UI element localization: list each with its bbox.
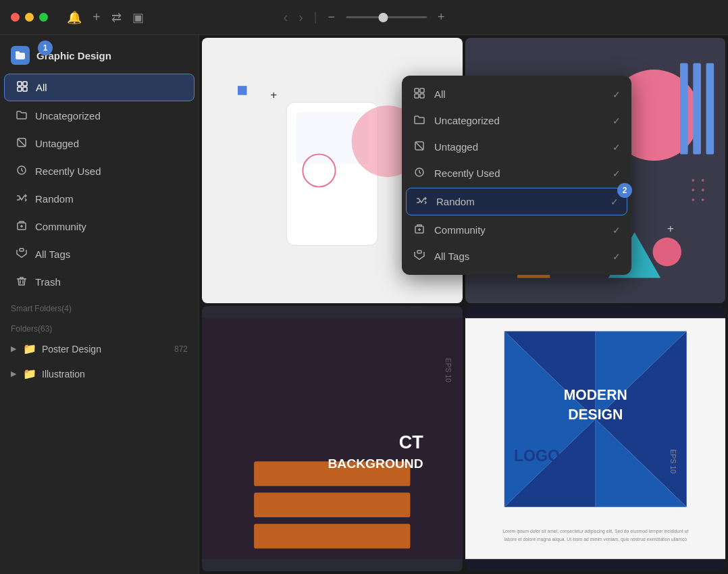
svg-rect-53 bbox=[254, 524, 410, 549]
plus-zoom-button[interactable]: + bbox=[438, 10, 445, 24]
dropdown-item-uncategorized[interactable]: Uncategorized ✓ bbox=[402, 107, 631, 134]
dropdown-item-untagged[interactable]: Untagged ✓ bbox=[402, 134, 631, 160]
dropdown-all-tags-check: ✓ bbox=[613, 251, 621, 262]
svg-rect-50 bbox=[202, 318, 463, 559]
dropdown-random-label: Random bbox=[436, 196, 475, 207]
add-icon[interactable]: + bbox=[93, 9, 101, 25]
svg-text:EPS 10: EPS 10 bbox=[669, 449, 677, 473]
svg-text:EPS 10: EPS 10 bbox=[444, 358, 452, 382]
folder-illustration[interactable]: ▶ 📁 Illustration bbox=[0, 361, 199, 386]
svg-text:+: + bbox=[270, 88, 277, 101]
dropdown-untagged-label: Untagged bbox=[434, 141, 478, 153]
close-button[interactable] bbox=[11, 13, 20, 22]
folders-label: Folders(63) bbox=[0, 316, 199, 336]
svg-text:Lorem ipsum dolor sit amet, co: Lorem ipsum dolor sit amet, consectetur … bbox=[502, 529, 688, 534]
expand-arrow-poster: ▶ bbox=[11, 344, 16, 353]
minimize-button[interactable] bbox=[25, 13, 34, 22]
bell-icon[interactable]: 🔔 bbox=[67, 10, 82, 25]
random-icon bbox=[15, 192, 28, 205]
card-modern-design[interactable]: MODERN DESIGN LOGO EPS 10 Lorem ipsum do… bbox=[465, 306, 726, 571]
traffic-lights bbox=[11, 13, 48, 22]
svg-rect-81 bbox=[417, 251, 421, 253]
dropdown-untagged-check: ✓ bbox=[613, 142, 621, 153]
svg-line-76 bbox=[415, 142, 423, 150]
sidebar-item-uncategorized[interactable]: Uncategorized bbox=[4, 103, 194, 129]
svg-rect-52 bbox=[254, 492, 410, 517]
svg-point-45 bbox=[701, 179, 704, 182]
svg-rect-12 bbox=[20, 249, 24, 251]
svg-rect-72 bbox=[420, 88, 424, 93]
maximize-button[interactable] bbox=[39, 13, 48, 22]
sidebar-item-random-label: Random bbox=[35, 193, 74, 205]
zoom-slider[interactable] bbox=[346, 16, 427, 18]
dropdown-all-icon bbox=[413, 88, 426, 101]
sidebar: Graphic Design 1 All Uncategorized bbox=[0, 35, 199, 574]
folder-illustration-label: Illustration bbox=[42, 369, 85, 380]
svg-text:DESIGN: DESIGN bbox=[568, 407, 623, 422]
recently-used-icon bbox=[15, 165, 28, 178]
svg-text:MODERN: MODERN bbox=[563, 387, 627, 402]
titlebar-left-icons: 🔔 + ⇄ ▣ bbox=[67, 9, 144, 25]
svg-point-48 bbox=[692, 199, 694, 201]
sidebar-item-untagged[interactable]: Untagged bbox=[4, 130, 194, 157]
dropdown-recently-used-label: Recently Used bbox=[434, 167, 500, 179]
svg-text:BACKGROUND: BACKGROUND bbox=[328, 456, 423, 471]
dropdown-menu: All ✓ Uncategorized ✓ bbox=[402, 76, 631, 275]
expand-arrow-illustration: ▶ bbox=[11, 369, 16, 378]
sidebar-item-all[interactable]: All bbox=[4, 74, 194, 101]
dropdown-community-check: ✓ bbox=[613, 225, 621, 236]
card-abstract-background[interactable]: CT BACKGROUND EPS 10 bbox=[202, 306, 463, 571]
folder-poster-design[interactable]: ▶ 📁 Poster Design 872 bbox=[0, 336, 199, 361]
sidebar-item-community-label: Community bbox=[35, 221, 86, 232]
dropdown-random-icon bbox=[415, 195, 428, 208]
folder-poster-count: 872 bbox=[174, 344, 188, 354]
dropdown-item-all-tags[interactable]: All Tags ✓ bbox=[402, 243, 631, 269]
svg-rect-33 bbox=[680, 63, 688, 154]
badge-1: 1 bbox=[38, 41, 53, 55]
smart-folders-label: Smart Folders(4) bbox=[0, 296, 199, 316]
folder-icon-red: 📁 bbox=[23, 342, 36, 355]
sidebar-item-trash-label: Trash bbox=[35, 276, 61, 288]
svg-line-7 bbox=[18, 138, 26, 147]
minus-button[interactable]: − bbox=[328, 10, 336, 24]
dropdown-all-check: ✓ bbox=[613, 89, 621, 100]
dropdown-item-all[interactable]: All ✓ bbox=[402, 81, 631, 107]
svg-rect-71 bbox=[415, 88, 419, 93]
svg-rect-3 bbox=[23, 82, 27, 86]
sidebar-toggle-icon[interactable]: ▣ bbox=[132, 10, 144, 25]
community-icon bbox=[15, 220, 28, 233]
svg-rect-74 bbox=[420, 94, 424, 98]
sidebar-item-recently-used[interactable]: Recently Used bbox=[4, 158, 194, 184]
sidebar-item-all-tags[interactable]: All Tags bbox=[4, 241, 194, 267]
dropdown-uncategorized-check: ✓ bbox=[613, 115, 621, 126]
dropdown-all-tags-icon bbox=[413, 250, 426, 263]
titlebar-center-controls: ‹ › | − + bbox=[283, 9, 444, 25]
svg-text:LOGO: LOGO bbox=[513, 447, 559, 465]
forward-button[interactable]: › bbox=[298, 9, 303, 25]
svg-rect-4 bbox=[18, 87, 22, 91]
zoom-thumb[interactable] bbox=[378, 13, 388, 22]
shuffle-icon[interactable]: ⇄ bbox=[111, 10, 122, 25]
dropdown-recently-used-check: ✓ bbox=[613, 168, 621, 179]
svg-rect-35 bbox=[706, 63, 714, 154]
dropdown-all-tags-label: All Tags bbox=[434, 251, 469, 262]
dropdown-item-random[interactable]: 2 Random ✓ bbox=[406, 188, 627, 215]
dropdown-uncategorized-icon bbox=[413, 114, 426, 127]
workspace: Graphic Design 1 All Uncategorized bbox=[0, 35, 728, 574]
sidebar-item-random[interactable]: Random bbox=[4, 186, 194, 212]
sidebar-item-all-label: All bbox=[36, 82, 47, 93]
folder-poster-label: Poster Design bbox=[42, 344, 101, 355]
svg-rect-27 bbox=[238, 86, 246, 95]
sidebar-item-all-tags-label: All Tags bbox=[35, 249, 70, 260]
svg-text:CT: CT bbox=[399, 432, 423, 452]
badge-2: 2 bbox=[617, 183, 632, 198]
back-button[interactable]: ‹ bbox=[283, 9, 288, 25]
svg-point-49 bbox=[701, 199, 704, 201]
sidebar-item-trash[interactable]: Trash bbox=[4, 269, 194, 295]
dropdown-item-recently-used[interactable]: Recently Used ✓ bbox=[402, 160, 631, 186]
svg-text:labore et dolore magna aliqua.: labore et dolore magna aliqua. Ut enim a… bbox=[504, 537, 687, 542]
dropdown-item-community[interactable]: Community ✓ bbox=[402, 217, 631, 243]
svg-rect-73 bbox=[415, 94, 419, 98]
sidebar-item-uncategorized-label: Uncategorized bbox=[35, 110, 101, 122]
sidebar-item-community[interactable]: Community bbox=[4, 213, 194, 240]
